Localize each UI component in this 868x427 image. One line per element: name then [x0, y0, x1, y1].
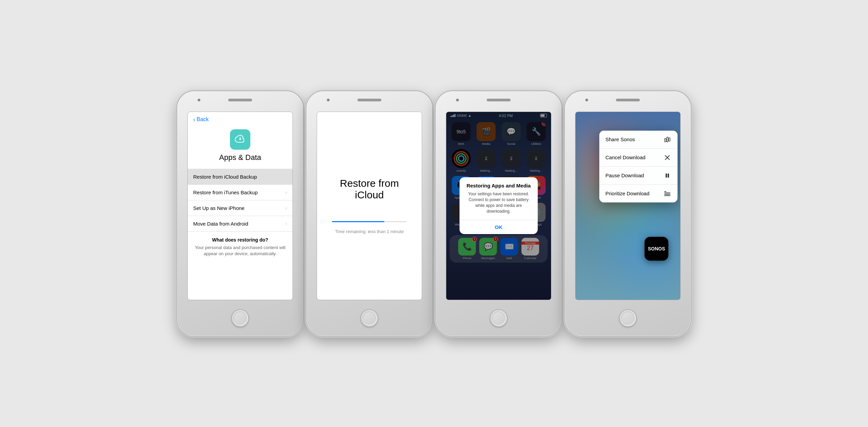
svg-rect-13 [664, 193, 670, 193]
home-button-2[interactable] [361, 309, 378, 327]
prioritize-icon [663, 190, 671, 198]
home-button-3[interactable] [490, 309, 507, 327]
chevron-icon: › [285, 190, 287, 195]
screen-2: Restore from iCloud Time remaining: less… [317, 112, 422, 300]
iphone-4: Share Sonos Cancel Download [565, 91, 691, 336]
back-button[interactable]: ‹ Back [188, 112, 293, 126]
speaker-3 [487, 99, 511, 101]
menu-item-share[interactable]: Share Sonos [599, 131, 678, 149]
menu-item-pause[interactable]: Pause Download [599, 167, 678, 185]
home-button-inner [492, 312, 505, 325]
camera-dot-1 [198, 99, 200, 101]
iphone-2: Restore from iCloud Time remaining: less… [306, 91, 432, 336]
camera-dot-3 [456, 99, 459, 101]
sonos-label: SONOS [648, 246, 665, 251]
time-remaining: Time remaining: less than 1 minute [335, 229, 404, 234]
menu-label-cancel: Cancel Download [605, 154, 646, 160]
sonos-app-icon: SONOS [645, 237, 668, 261]
info-text: Your personal data and purchased content… [193, 245, 287, 257]
info-section: What does restoring do? Your personal da… [188, 232, 293, 262]
cancel-icon [663, 153, 671, 162]
menu-item-label: Restore from iCloud Backup [193, 174, 257, 180]
screen-1: ‹ Back Apps & Data Restore from iCloud B… [187, 112, 293, 300]
menu-item-itunes-backup[interactable]: Restore from iTunes Backup › [188, 185, 293, 200]
home-button-inner [621, 312, 634, 325]
menu-item-new-iphone[interactable]: Set Up as New iPhone › [188, 200, 293, 216]
camera-dot-2 [327, 99, 330, 101]
speaker-4 [616, 99, 640, 101]
svg-rect-14 [664, 194, 670, 195]
camera-dot-4 [585, 99, 588, 101]
back-label: Back [197, 116, 209, 122]
svg-rect-5 [665, 138, 666, 142]
icloud-backup-icon [230, 129, 250, 150]
info-title: What does restoring do? [193, 237, 287, 243]
menu-item-label: Move Data from Android [193, 221, 248, 227]
speaker-1 [228, 99, 252, 101]
icloud-svg [233, 133, 247, 146]
svg-rect-10 [666, 174, 667, 178]
iphone-3: cricket ▲ 4:02 PM 9to5 9to5 [436, 91, 562, 336]
menu-item-label: Set Up as New iPhone [193, 205, 245, 211]
svg-rect-15 [664, 195, 670, 196]
home-button-inner [363, 312, 376, 325]
restore-icloud-title: Restore from iCloud [327, 178, 412, 201]
alert-title: Restoring Apps and Media [465, 183, 532, 188]
back-chevron-icon: ‹ [193, 116, 195, 123]
menu-label-pause: Pause Download [605, 173, 644, 178]
share-icon [663, 135, 671, 144]
menu-item-prioritize[interactable]: Prioritize Download [599, 185, 678, 202]
menu-list: Restore from iCloud Backup Restore from … [188, 169, 293, 232]
menu-item-label: Restore from iTunes Backup [193, 190, 258, 195]
chevron-icon: › [285, 205, 287, 211]
menu-item-cancel[interactable]: Cancel Download [599, 149, 678, 167]
home-button-1[interactable] [231, 309, 249, 327]
iphone-1: ‹ Back Apps & Data Restore from iCloud B… [177, 91, 303, 336]
screen-3: cricket ▲ 4:02 PM 9to5 9to5 [446, 112, 551, 300]
pause-icon [663, 171, 671, 180]
alert-message: Your settings have been restored. Connec… [465, 191, 532, 214]
alert-overlay: Restoring Apps and Media Your settings h… [446, 112, 551, 300]
svg-rect-6 [667, 137, 668, 142]
svg-rect-12 [664, 191, 666, 192]
menu-item-icloud-backup[interactable]: Restore from iCloud Backup [188, 169, 293, 185]
screen-4: Share Sonos Cancel Download [575, 112, 681, 300]
svg-rect-7 [669, 138, 670, 141]
alert-content: Restoring Apps and Media Your settings h… [460, 177, 538, 219]
chevron-icon: › [285, 221, 287, 226]
context-menu: Share Sonos Cancel Download [599, 131, 678, 202]
alert-ok-button[interactable]: OK [460, 220, 538, 234]
menu-item-android[interactable]: Move Data from Android › [188, 216, 293, 232]
page-title: Apps & Data [219, 153, 261, 162]
menu-label-share: Share Sonos [605, 136, 635, 142]
home-button-4[interactable] [619, 309, 637, 327]
apps-data-header: Apps & Data [188, 126, 293, 169]
progress-fill [332, 221, 384, 222]
progress-bar [332, 221, 407, 222]
speaker-2 [357, 99, 381, 101]
home-button-inner [234, 312, 247, 325]
alert-dialog: Restoring Apps and Media Your settings h… [460, 177, 538, 234]
menu-label-prioritize: Prioritize Download [605, 191, 649, 196]
phones-container: ‹ Back Apps & Data Restore from iCloud B… [170, 84, 698, 343]
svg-rect-11 [668, 174, 669, 178]
